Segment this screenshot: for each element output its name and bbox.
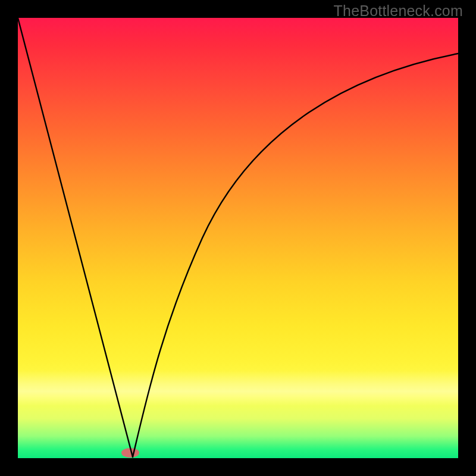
curve-left-branch — [18, 18, 133, 457]
curve-layer — [18, 18, 458, 458]
curve-right-branch — [133, 54, 458, 457]
watermark-text: TheBottleneck.com — [334, 2, 463, 20]
plot-area — [18, 18, 458, 458]
chart-root: TheBottleneck.com — [0, 0, 476, 476]
